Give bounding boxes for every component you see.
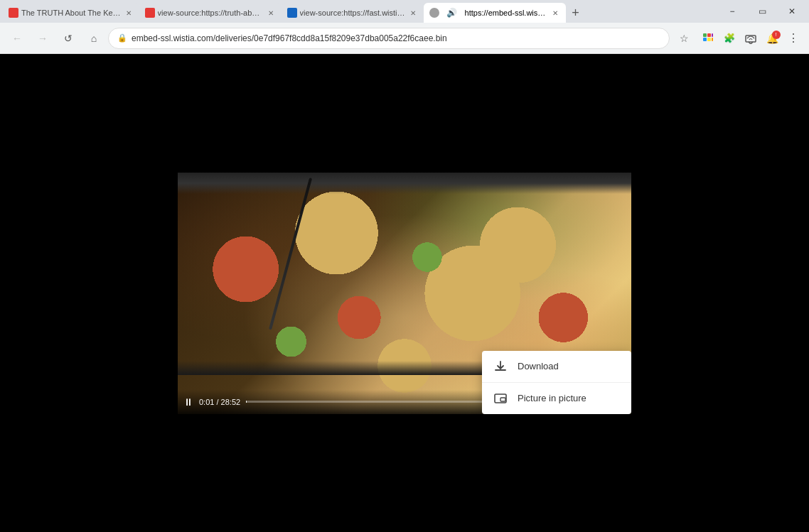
reload-button[interactable]: ↺ bbox=[57, 27, 80, 50]
tab-2-label: view-source:https://truth-abo… bbox=[158, 9, 263, 17]
back-button[interactable]: ← bbox=[6, 27, 28, 50]
minimize-button[interactable]: − bbox=[718, 0, 746, 23]
main-content: ⏸ 0:01 / 28:52 Download bbox=[0, 54, 809, 532]
lock-icon: 🔒 bbox=[117, 33, 127, 43]
svg-rect-5 bbox=[712, 38, 713, 41]
svg-rect-3 bbox=[707, 38, 711, 41]
download-menu-item[interactable]: Download bbox=[482, 351, 631, 382]
tab-1[interactable]: The TRUTH About The Ke… ✕ bbox=[3, 3, 139, 23]
window-controls: − ▭ ✕ bbox=[718, 0, 806, 23]
tab-3[interactable]: view-source:https://fast.wistia… ✕ bbox=[282, 3, 424, 23]
tabs-area: The TRUTH About The Ke… ✕ view-source:ht… bbox=[3, 0, 718, 23]
tab-4-close[interactable]: ✕ bbox=[550, 8, 560, 18]
tab-1-favicon bbox=[9, 8, 18, 18]
svg-rect-8 bbox=[500, 398, 505, 401]
close-button[interactable]: ✕ bbox=[778, 0, 806, 23]
extensions-area: 🧩 🔔 ! ⋮ bbox=[698, 28, 803, 48]
tab-4-favicon bbox=[429, 8, 439, 18]
svg-rect-2 bbox=[703, 38, 707, 41]
tab-2-close[interactable]: ✕ bbox=[266, 8, 276, 18]
title-bar: The TRUTH About The Ke… ✕ view-source:ht… bbox=[0, 0, 809, 23]
pip-menu-item[interactable]: Picture in picture bbox=[482, 382, 631, 414]
forward-button[interactable]: → bbox=[31, 27, 54, 50]
notification-button[interactable]: 🔔 ! bbox=[762, 28, 782, 48]
extensions-grid-button[interactable] bbox=[698, 28, 718, 48]
media-router-button[interactable] bbox=[741, 28, 761, 48]
tab-2[interactable]: view-source:https://truth-abo… ✕ bbox=[139, 3, 282, 23]
tab-1-close[interactable]: ✕ bbox=[124, 8, 134, 18]
svg-rect-1 bbox=[707, 33, 711, 37]
tab-3-favicon bbox=[287, 8, 297, 18]
tab-4-speaker-icon[interactable]: 🔊 bbox=[442, 3, 462, 23]
new-tab-button[interactable]: + bbox=[566, 3, 586, 23]
pip-label: Picture in picture bbox=[518, 393, 586, 403]
tab-4-label: https://embed-ssl.wistia.co… bbox=[465, 9, 547, 17]
toolbar-icons: ☆ bbox=[673, 27, 695, 50]
video-container: ⏸ 0:01 / 28:52 Download bbox=[178, 173, 631, 414]
chrome-menu-button[interactable]: ⋮ bbox=[783, 28, 803, 48]
tab-1-label: The TRUTH About The Ke… bbox=[21, 9, 121, 17]
download-label: Download bbox=[518, 361, 559, 371]
pause-button[interactable]: ⏸ bbox=[183, 396, 193, 408]
tab-3-label: view-source:https://fast.wistia… bbox=[300, 9, 405, 17]
address-text: embed-ssl.wistia.com/deliveries/0e7df967… bbox=[132, 33, 660, 43]
puzzle-piece-button[interactable]: 🧩 bbox=[719, 28, 739, 48]
pan-rim-top bbox=[178, 173, 631, 194]
pip-icon bbox=[493, 391, 508, 406]
bookmark-button[interactable]: ☆ bbox=[673, 27, 695, 50]
svg-rect-4 bbox=[712, 33, 713, 37]
download-icon bbox=[493, 359, 508, 374]
tab-3-close[interactable]: ✕ bbox=[408, 8, 418, 18]
address-bar[interactable]: 🔒 embed-ssl.wistia.com/deliveries/0e7df9… bbox=[108, 28, 670, 49]
time-display: 0:01 / 28:52 bbox=[199, 398, 240, 406]
tab-2-favicon bbox=[145, 8, 155, 18]
home-button[interactable]: ⌂ bbox=[82, 27, 105, 50]
toolbar: ← → ↺ ⌂ 🔒 embed-ssl.wistia.com/deliverie… bbox=[0, 23, 809, 54]
tab-4[interactable]: 🔊 https://embed-ssl.wistia.co… ✕ bbox=[424, 3, 566, 23]
svg-rect-0 bbox=[703, 33, 707, 37]
context-menu: Download Picture in picture bbox=[482, 351, 631, 414]
maximize-button[interactable]: ▭ bbox=[748, 0, 776, 23]
